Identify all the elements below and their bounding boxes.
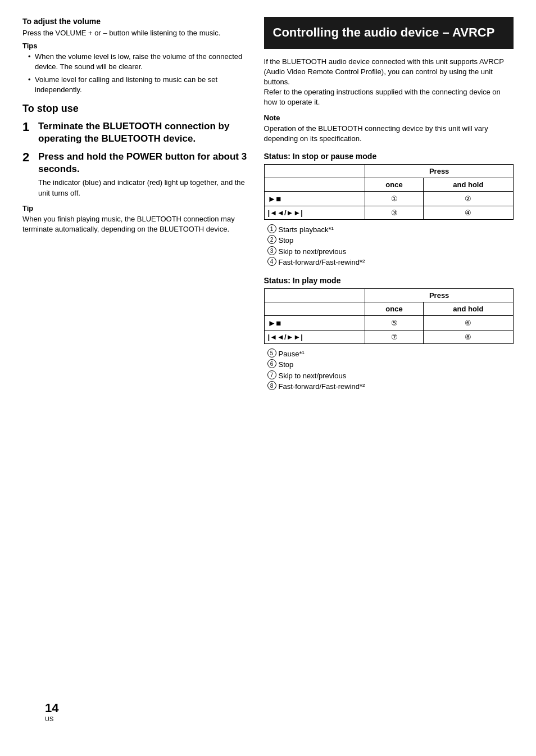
play-row1-label: ►■: [264, 315, 365, 330]
play-legend-8-num: 8: [267, 381, 276, 390]
page-region: US: [45, 716, 58, 722]
stop-legend-4: 4Fast-forward/Fast-rewind*²: [267, 257, 514, 268]
stop-table-row-1: ►■ ① ②: [264, 191, 513, 206]
stop-row2-label: |◄◄/►►|: [264, 206, 365, 219]
adjust-volume-section: To adjust the volume Press the VOLUME + …: [22, 17, 247, 95]
stop-row1-once: ①: [365, 191, 423, 206]
stop-legend-2-text: Stop: [279, 235, 294, 246]
tip-body-stop: When you finish playing music, the BLUET…: [22, 214, 247, 234]
stop-row1-hold: ②: [423, 191, 513, 206]
tip-title-stop: Tip: [22, 204, 247, 212]
step-1: 1 Terminate the BLUETOOTH connection by …: [22, 120, 247, 145]
page-number: 14: [45, 701, 58, 716]
stop-row1-label: ►■: [264, 191, 365, 206]
play-table-label-header: [264, 302, 365, 315]
note-section: Note Operation of the BLUETOOTH connecti…: [264, 114, 514, 144]
stop-legend-3-text: Skip to next/previous: [279, 246, 347, 257]
avrcp-body: If the BLUETOOTH audio device connected …: [264, 57, 514, 108]
play-legend-6-num: 6: [267, 359, 276, 368]
note-body: Operation of the BLUETOOTH connecting de…: [264, 124, 514, 144]
stop-table-row-2: |◄◄/►►| ③ ④: [264, 206, 513, 219]
play-legend-8-text: Fast-forward/Fast-rewind*²: [279, 381, 365, 392]
stop-legend-1-text: Starts playback*¹: [279, 224, 334, 236]
play-row2-hold: ⑧: [423, 330, 513, 343]
stop-legend-2: 2Stop: [267, 235, 514, 246]
play-legend-5-num: 5: [267, 348, 276, 357]
adjust-volume-title: To adjust the volume: [22, 17, 247, 26]
stop-table-hold-header: and hold: [423, 178, 513, 191]
play-legend-6-text: Stop: [279, 359, 294, 370]
status-stop-title: Status: In stop or pause mode: [264, 152, 514, 161]
stop-row2-hold: ④: [423, 206, 513, 219]
play-legend-7: 7Skip to next/previous: [267, 370, 514, 382]
stop-legend-3-num: 3: [267, 246, 276, 255]
stop-table-empty-header: [264, 164, 365, 178]
status-play-section: Status: In play mode Press once and hold: [264, 276, 514, 392]
play-legend: 5Pause*¹ 6Stop 7Skip to next/previous 8F…: [264, 348, 514, 392]
page-footer: 14 US: [45, 701, 58, 722]
stop-legend-1-num: 1: [267, 224, 276, 233]
right-column: Controlling the audio device – AVRCP If …: [258, 17, 514, 398]
play-row2-label: |◄◄/►►|: [264, 330, 365, 343]
stop-row2-once: ③: [365, 206, 423, 219]
status-stop-section: Status: In stop or pause mode Press once…: [264, 152, 514, 268]
play-row2-once: ⑦: [365, 330, 423, 343]
avrcp-body-text: If the BLUETOOTH audio device connected …: [264, 57, 504, 107]
play-table-row-1: ►■ ⑤ ⑥: [264, 315, 513, 330]
play-legend-8: 8Fast-forward/Fast-rewind*²: [267, 381, 514, 392]
play-legend-5-text: Pause*¹: [279, 348, 305, 360]
play-legend-7-text: Skip to next/previous: [279, 370, 347, 382]
stop-table-press-header: Press: [365, 164, 514, 178]
adjust-volume-body: Press the VOLUME + or – button while lis…: [22, 28, 247, 38]
stop-table-once-header: once: [365, 178, 423, 191]
tips-title: Tips: [22, 42, 247, 50]
status-play-title: Status: In play mode: [264, 276, 514, 285]
stop-legend-4-text: Fast-forward/Fast-rewind*²: [279, 257, 365, 268]
avrcp-header: Controlling the audio device – AVRCP: [264, 17, 514, 49]
tips-list: When the volume level is low, raise the …: [22, 52, 247, 95]
stop-use-title: To stop use: [22, 103, 247, 115]
stop-legend-3: 3Skip to next/previous: [267, 246, 514, 257]
stop-legend: 1Starts playback*¹ 2Stop 3Skip to next/p…: [264, 224, 514, 268]
stop-legend-4-num: 4: [267, 257, 276, 266]
stop-table: Press once and hold ►■ ① ②: [264, 164, 514, 220]
tip-item-1: When the volume level is low, raise the …: [28, 52, 247, 72]
step-1-number: 1: [22, 120, 34, 134]
stop-legend-2-num: 2: [267, 235, 276, 244]
play-table-once-header: once: [365, 302, 423, 315]
play-legend-5: 5Pause*¹: [267, 348, 514, 360]
play-table-hold-header: and hold: [423, 302, 513, 315]
play-row1-hold: ⑥: [423, 315, 513, 330]
play-row1-once: ⑤: [365, 315, 423, 330]
note-title: Note: [264, 114, 514, 122]
stop-legend-1: 1Starts playback*¹: [267, 224, 514, 236]
play-legend-7-num: 7: [267, 370, 276, 379]
play-table-press-header: Press: [365, 288, 514, 302]
play-table-empty-header: [264, 288, 365, 302]
step-1-text: Terminate the BLUETOOTH connection by op…: [38, 120, 247, 145]
tip-item-2: Volume level for calling and listening t…: [28, 75, 247, 95]
step-2-number: 2: [22, 151, 34, 164]
step-2-text: Press and hold the POWER button for abou…: [38, 151, 247, 175]
step-2: 2 Press and hold the POWER button for ab…: [22, 151, 247, 198]
left-column: To adjust the volume Press the VOLUME + …: [22, 17, 258, 398]
step-2-sub: The indicator (blue) and indicator (red)…: [38, 178, 247, 198]
play-legend-6: 6Stop: [267, 359, 514, 370]
play-table: Press once and hold ►■ ⑤ ⑥: [264, 288, 514, 344]
play-table-row-2: |◄◄/►►| ⑦ ⑧: [264, 330, 513, 343]
stop-use-section: To stop use 1 Terminate the BLUETOOTH co…: [22, 103, 247, 234]
stop-table-label-header: [264, 178, 365, 191]
